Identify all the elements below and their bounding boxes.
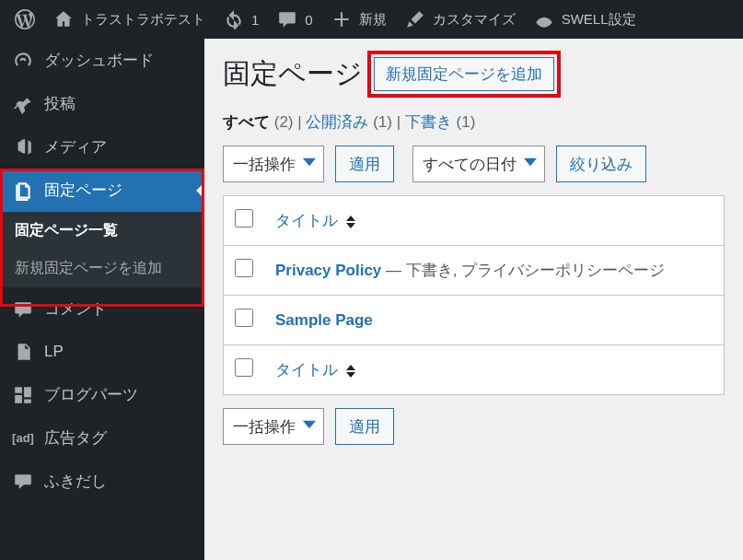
tablenav-bottom: 一括操作 適用 [223, 408, 725, 445]
comments-link[interactable]: 0 [268, 0, 321, 39]
filter-published-count: (1) [373, 113, 392, 131]
filter-published[interactable]: 公開済み [306, 113, 368, 131]
sort-arrows-icon [346, 364, 355, 379]
sidebar-item-label: ダッシュボード [44, 50, 154, 71]
filter-all-count: (2) [274, 113, 294, 131]
swell-label: SWELL設定 [562, 11, 636, 29]
admin-sidebar: ダッシュボード 投稿 メディア 固定ページ 固定ページ一覧 新規固定ページを追加… [0, 39, 204, 560]
file-icon [13, 342, 33, 362]
sidebar-item-pages[interactable]: 固定ページ [0, 169, 204, 212]
sidebar-item-label: 広告タグ [44, 427, 107, 449]
site-home-link[interactable]: トラストラボテスト [44, 0, 215, 39]
filter-all[interactable]: すべて [223, 113, 270, 131]
speech-icon [13, 472, 33, 492]
wordpress-icon [15, 9, 35, 29]
bulk-action-select[interactable]: 一括操作 [223, 146, 324, 182]
site-name: トラストラボテスト [81, 11, 205, 29]
sidebar-item-speech[interactable]: ふきだし [0, 460, 204, 503]
grid-icon [13, 385, 33, 405]
table-row: Privacy Policy — 下書き, プライバシーポリシーページ [224, 246, 725, 296]
sidebar-item-posts[interactable]: 投稿 [0, 82, 204, 125]
sidebar-item-label: LP [44, 343, 64, 361]
media-icon [13, 137, 33, 158]
sidebar-subitem-add-page[interactable]: 新規固定ページを追加 [0, 250, 204, 287]
pin-icon [13, 94, 33, 114]
dashboard-icon [13, 51, 33, 71]
date-filter-select[interactable]: すべての日付 [412, 146, 545, 182]
column-title-footer[interactable]: タイトル [264, 345, 725, 395]
apply-bulk-button[interactable]: 適用 [335, 146, 394, 182]
admin-bar: トラストラボテスト 1 0 新規 カスタマイズ SWELL設定 [0, 0, 743, 39]
pages-table: タイトル Privacy Policy — 下書き, プライバシーポリシーページ [223, 195, 725, 395]
apply-bulk-button-bottom[interactable]: 適用 [335, 408, 394, 445]
chevron-down-icon [303, 417, 316, 436]
sidebar-item-label: コメント [44, 298, 107, 320]
brush-icon [405, 9, 425, 29]
sidebar-subitem-page-list[interactable]: 固定ページ一覧 [0, 212, 204, 250]
bulk-action-select-bottom[interactable]: 一括操作 [223, 408, 324, 445]
sidebar-item-label: ブログパーツ [44, 384, 138, 405]
updates-link[interactable]: 1 [215, 0, 268, 39]
adtag-icon: [ad] [13, 428, 33, 449]
page-title: 固定ページ [223, 55, 363, 93]
updates-count: 1 [251, 12, 259, 28]
filter-draft[interactable]: 下書き [405, 113, 452, 131]
page-icon [13, 181, 33, 201]
new-content-link[interactable]: 新規 [322, 0, 396, 39]
sidebar-item-blogparts[interactable]: ブログパーツ [0, 373, 204, 416]
sidebar-item-label: メディア [44, 136, 107, 158]
sidebar-item-adtag[interactable]: [ad] 広告タグ [0, 416, 204, 460]
customize-label: カスタマイズ [433, 11, 516, 29]
row-title-link[interactable]: Privacy Policy [275, 262, 381, 279]
plus-icon [331, 9, 352, 29]
chevron-down-icon [303, 155, 316, 173]
table-row: Sample Page [224, 296, 725, 345]
comment-icon [277, 9, 297, 29]
refresh-icon [224, 9, 244, 29]
swell-icon [534, 9, 554, 29]
sidebar-item-label: 投稿 [44, 93, 75, 114]
status-filter-links: すべて (2) | 公開済み (1) | 下書き (1) [223, 111, 725, 133]
home-icon [53, 9, 74, 29]
sidebar-item-dashboard[interactable]: ダッシュボード [0, 39, 204, 82]
customize-link[interactable]: カスタマイズ [396, 0, 525, 39]
row-title-link[interactable]: Sample Page [275, 311, 373, 329]
wp-logo[interactable] [6, 0, 44, 39]
sidebar-item-comments[interactable]: コメント [0, 287, 204, 331]
column-title-header[interactable]: タイトル [264, 196, 725, 246]
filter-draft-count: (1) [457, 113, 476, 131]
comment-icon [13, 299, 33, 320]
row-checkbox[interactable] [235, 259, 253, 277]
sidebar-submenu-pages: 固定ページ一覧 新規固定ページを追加 [0, 212, 204, 287]
row-meta: — 下書き, プライバシーポリシーページ [381, 262, 665, 279]
sort-arrows-icon [346, 215, 355, 229]
chevron-down-icon [524, 155, 537, 173]
swell-settings-link[interactable]: SWELL設定 [525, 0, 645, 39]
filter-button[interactable]: 絞り込み [556, 146, 646, 182]
new-label: 新規 [359, 11, 387, 29]
sidebar-item-media[interactable]: メディア [0, 125, 204, 169]
sidebar-item-lp[interactable]: LP [0, 331, 204, 373]
sidebar-item-label: 固定ページ [44, 180, 122, 201]
select-all-bottom[interactable] [235, 358, 253, 377]
tablenav-top: 一括操作 適用 すべての日付 絞り込み [223, 146, 725, 182]
main-content: 固定ページ 新規固定ページを追加 すべて (2) | 公開済み (1) | 下書… [204, 39, 743, 560]
sidebar-item-label: ふきだし [44, 471, 107, 492]
row-checkbox[interactable] [235, 309, 253, 327]
select-all-top[interactable] [235, 209, 253, 228]
add-new-page-button[interactable]: 新規固定ページを追加 [374, 57, 554, 91]
comments-count: 0 [305, 12, 312, 28]
